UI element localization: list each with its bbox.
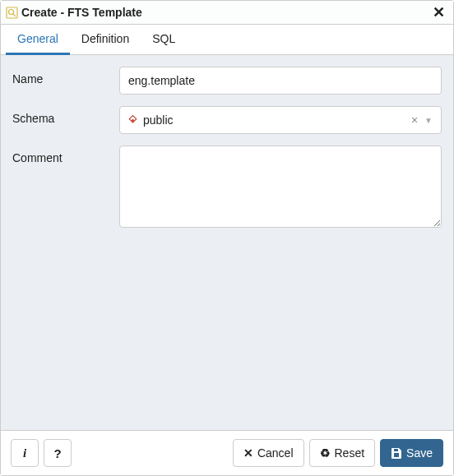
tab-sql[interactable]: SQL <box>141 25 187 55</box>
row-name: Name <box>12 67 442 95</box>
chevron-down-icon[interactable]: ▼ <box>423 116 434 125</box>
help-icon: ? <box>53 446 61 460</box>
help-button[interactable]: ? <box>44 439 72 467</box>
close-icon[interactable]: ✕ <box>431 5 447 20</box>
schema-label: Schema <box>12 106 119 134</box>
dialog-body: Name Schema public × ▼ <box>1 55 453 430</box>
tab-bar: General Definition SQL <box>1 25 453 55</box>
info-button[interactable]: i <box>11 439 39 467</box>
svg-line-2 <box>13 13 16 16</box>
dialog-footer: i ? ✕ Cancel ♻ Reset Save <box>1 430 453 475</box>
save-icon <box>391 447 402 459</box>
cancel-label: Cancel <box>257 446 294 460</box>
cancel-button[interactable]: ✕ Cancel <box>233 439 304 467</box>
name-label: Name <box>12 67 119 95</box>
save-label: Save <box>406 446 433 460</box>
schema-icon <box>127 114 138 126</box>
svg-point-4 <box>132 119 134 122</box>
reset-button[interactable]: ♻ Reset <box>309 439 376 467</box>
close-icon: ✕ <box>243 446 253 460</box>
reset-label: Reset <box>335 446 365 460</box>
save-button[interactable]: Save <box>380 439 443 467</box>
create-fts-template-dialog: Create - FTS Template ✕ General Definiti… <box>0 0 454 476</box>
schema-value: public <box>143 113 406 127</box>
recycle-icon: ♻ <box>320 446 331 460</box>
fts-template-icon <box>6 7 18 19</box>
schema-select[interactable]: public × ▼ <box>119 106 442 134</box>
info-icon: i <box>23 446 26 460</box>
comment-textarea[interactable] <box>119 146 442 228</box>
row-schema: Schema public × ▼ <box>12 106 442 134</box>
row-comment: Comment <box>12 146 442 230</box>
tab-definition[interactable]: Definition <box>70 25 141 55</box>
schema-clear-icon[interactable]: × <box>406 113 423 127</box>
svg-rect-0 <box>7 7 17 18</box>
dialog-header: Create - FTS Template ✕ <box>1 1 453 25</box>
name-input[interactable] <box>119 67 442 95</box>
comment-label: Comment <box>12 146 119 230</box>
tab-general[interactable]: General <box>6 25 70 55</box>
dialog-title: Create - FTS Template <box>21 6 431 19</box>
